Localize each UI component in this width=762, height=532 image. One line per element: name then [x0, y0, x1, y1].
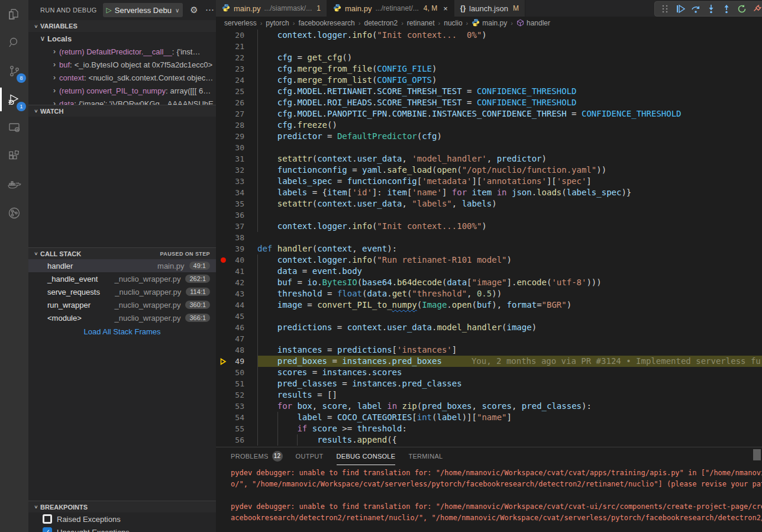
variable-row[interactable]: ›context:<nuclio_sdk.context.Context obj…: [28, 71, 216, 84]
editor-gutter[interactable]: 32: [216, 165, 257, 176]
editor-gutter[interactable]: 34: [216, 187, 257, 198]
code-line-text[interactable]: data = event.body: [257, 266, 762, 277]
close-icon[interactable]: ×: [443, 4, 448, 13]
editor-gutter[interactable]: 50: [216, 367, 257, 378]
checkbox[interactable]: ✓: [43, 527, 52, 532]
code-line-text[interactable]: cfg.merge_from_list(CONFIG_OPTS): [257, 75, 762, 86]
stack-frame-row[interactable]: run_wrapper_nuclio_wrapper.py360:1: [28, 298, 216, 311]
editor-tab[interactable]: {}launch.jsonM: [454, 0, 525, 17]
editor-gutter[interactable]: 44: [216, 299, 257, 311]
editor-gutter[interactable]: 55: [216, 423, 257, 434]
code-line-text[interactable]: [257, 311, 762, 322]
editor-gutter[interactable]: 43: [216, 288, 257, 299]
source-control-icon[interactable]: 8: [0, 57, 28, 85]
checkbox[interactable]: [43, 514, 52, 524]
editor-gutter[interactable]: 46: [216, 322, 257, 333]
code-line[interactable]: 40 context.logger.info("Run retinanet-R1…: [216, 254, 762, 266]
stack-frame-row[interactable]: handlermain.py49:1: [28, 259, 216, 272]
code-line[interactable]: 47: [216, 333, 762, 344]
variable-row[interactable]: ›data:{'image': 'iVBORw0KGg…AAAANSUhE… 5…: [28, 97, 216, 105]
code-line-text[interactable]: setattr(context.user_data, 'model_handle…: [257, 153, 762, 165]
code-line-text[interactable]: threshold = float(data.get("threshold", …: [257, 288, 762, 299]
code-line[interactable]: 51 pred_classes = instances.pred_classes: [216, 378, 762, 389]
twistie-icon[interactable]: ›: [50, 73, 59, 82]
debug-console-output[interactable]: pydev debugger: unable to find translati…: [216, 465, 762, 524]
code-editor[interactable]: 20 context.logger.info("Init context... …: [216, 30, 762, 447]
step-over-button[interactable]: [688, 2, 703, 16]
breadcrumb-item[interactable]: retinanet: [407, 19, 435, 27]
breadcrumb-item[interactable]: detectron2: [364, 19, 398, 27]
panel-tab-output[interactable]: OUTPUT: [296, 447, 324, 465]
code-line[interactable]: 28 cfg.freeze(): [216, 120, 762, 131]
twistie-icon[interactable]: ›: [50, 86, 59, 95]
code-line-text[interactable]: [257, 142, 762, 153]
call-stack-header[interactable]: ∨ CALL STACK PAUSED ON STEP: [28, 247, 216, 259]
panel-tab-terminal[interactable]: TERMINAL: [408, 447, 443, 465]
editor-gutter[interactable]: 45: [216, 311, 257, 322]
twistie-icon[interactable]: ›: [50, 47, 59, 56]
code-line[interactable]: 32 functionconfig = yaml.safe_load(open(…: [216, 165, 762, 176]
breadcrumb-item[interactable]: facebookresearch: [298, 19, 354, 27]
editor-gutter[interactable]: 35: [216, 198, 257, 209]
code-line-text[interactable]: pred_boxes = instances.pred_boxesYou, 2 …: [257, 356, 762, 367]
code-line-text[interactable]: buf = io.BytesIO(base64.b64decode(data["…: [257, 277, 762, 288]
editor-gutter[interactable]: 36: [216, 209, 257, 221]
code-line[interactable]: 38: [216, 232, 762, 243]
code-line-text[interactable]: cfg = get_cfg(): [257, 52, 762, 63]
scope-locals[interactable]: ∨ Locals: [28, 32, 216, 45]
code-line-text[interactable]: for box, score, label in zip(pred_boxes,…: [257, 401, 762, 412]
explorer-icon[interactable]: [0, 0, 28, 28]
code-line[interactable]: 30: [216, 142, 762, 153]
load-all-stack-frames-link[interactable]: Load All Stack Frames: [28, 327, 216, 336]
code-line[interactable]: 55 if score >= threshold:: [216, 423, 762, 434]
code-line[interactable]: 56 results.append({: [216, 434, 762, 446]
code-line-text[interactable]: label = COCO_CATEGORIES[int(label)]["nam…: [257, 412, 762, 423]
editor-gutter[interactable]: 52: [216, 389, 257, 401]
docker-icon[interactable]: [0, 170, 28, 199]
restart-button[interactable]: [734, 2, 750, 16]
code-line-text[interactable]: context.logger.info("Init context... 0%"…: [257, 30, 762, 41]
more-actions-icon[interactable]: ⋯: [205, 5, 214, 15]
code-line[interactable]: 27 cfg.MODEL.PANOPTIC_FPN.COMBINE.INSTAN…: [216, 108, 762, 120]
editor-gutter[interactable]: 20: [216, 30, 257, 41]
breadcrumb-item[interactable]: serverless: [224, 19, 257, 27]
code-line[interactable]: 41 data = event.body: [216, 266, 762, 277]
editor-gutter[interactable]: 33: [216, 176, 257, 187]
code-line-text[interactable]: [257, 333, 762, 344]
step-out-button[interactable]: [719, 2, 734, 16]
toolbar-drag-handle[interactable]: [657, 2, 673, 16]
code-line[interactable]: 43 threshold = float(data.get("threshold…: [216, 288, 762, 299]
code-line-text[interactable]: functionconfig = yaml.safe_load(open("/o…: [257, 165, 762, 176]
code-line[interactable]: 54 label = COCO_CATEGORIES[int(label)]["…: [216, 412, 762, 423]
search-icon[interactable]: [0, 28, 28, 57]
variables-header[interactable]: ∨ VARIABLES: [28, 20, 216, 32]
editor-gutter[interactable]: 51: [216, 378, 257, 389]
editor-gutter[interactable]: 56: [216, 434, 257, 446]
code-line[interactable]: 26 cfg.MODEL.ROI_HEADS.SCORE_THRESH_TEST…: [216, 97, 762, 108]
stack-frame-row[interactable]: _handle_event_nuclio_wrapper.py262:1: [28, 272, 216, 285]
editor-gutter[interactable]: 54: [216, 412, 257, 423]
code-line-text[interactable]: def handler(context, event):: [257, 243, 762, 254]
editor-gutter[interactable]: 23: [216, 63, 257, 75]
editor-gutter[interactable]: 24: [216, 75, 257, 86]
code-line[interactable]: 23 cfg.merge_from_file(CONFIG_FILE): [216, 63, 762, 75]
editor-gutter[interactable]: 41: [216, 266, 257, 277]
twistie-icon[interactable]: ›: [50, 99, 59, 105]
code-line[interactable]: 24 cfg.merge_from_list(CONFIG_OPTS): [216, 75, 762, 86]
editor-gutter[interactable]: 40: [216, 254, 257, 266]
editor-gutter[interactable]: 53: [216, 401, 257, 412]
code-line-text[interactable]: [257, 41, 762, 52]
code-line[interactable]: 36: [216, 209, 762, 221]
code-line-text[interactable]: predictor = DefaultPredictor(cfg): [257, 131, 762, 142]
code-line[interactable]: 29 predictor = DefaultPredictor(cfg): [216, 131, 762, 142]
watch-header[interactable]: ∨ WATCH: [28, 105, 216, 117]
code-line-text[interactable]: results = []: [257, 389, 762, 401]
breakpoint-row[interactable]: ✓Uncaught Exceptions: [28, 525, 216, 532]
code-line-text[interactable]: [257, 209, 762, 221]
editor-gutter[interactable]: 31: [216, 153, 257, 165]
panel-tab-debug-console[interactable]: DEBUG CONSOLE: [337, 447, 396, 465]
editor-tab[interactable]: main.py.../siammask/...1: [216, 0, 327, 17]
code-line[interactable]: 33 labels_spec = functionconfig['metadat…: [216, 176, 762, 187]
extensions-icon[interactable]: [0, 142, 28, 170]
code-line[interactable]: 35 setattr(context.user_data, "labels", …: [216, 198, 762, 209]
